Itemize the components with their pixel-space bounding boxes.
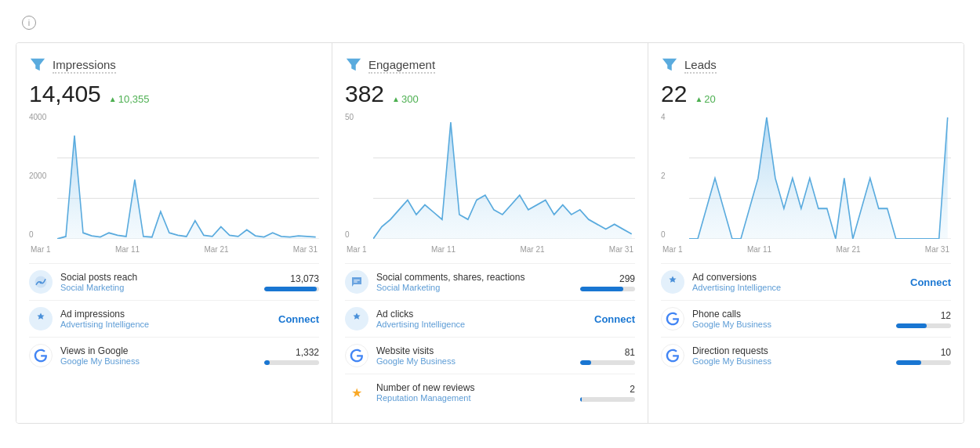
metric-row-views-in-google: Views in Google Google My Business 1,332 [29,337,319,374]
metric-right-views-in-google: 1,332 [264,347,319,365]
x-label-impressions-3: Mar 31 [293,245,318,254]
y-label-mid-leads: 2 [661,172,666,180]
panel-value-row-impressions: 14,405 10,355 [29,81,319,107]
metric-row-ad-conversions: Ad conversions Advertising Intelligence … [661,263,951,300]
panel-label-impressions: Impressions [53,58,116,74]
metric-right-direction-requests: 10 [896,347,951,365]
metric-icon-ad-conversions [661,270,684,294]
metric-name-views-in-google: Views in Google [60,345,256,356]
panel-delta-impressions: 10,355 [109,93,150,105]
x-label-impressions-1: Mar 11 [115,245,140,254]
x-label-leads-0: Mar 1 [662,245,683,254]
metric-name-ad-impressions: Ad impressions [60,309,256,320]
chart-area-engagement [373,114,635,239]
metric-name-social-comments: Social comments, shares, reactions [376,272,572,283]
metric-source-ad-clicks: Advertising Intelligence [376,320,572,329]
metric-text-direction-requests: Direction requests Google My Business [692,345,888,366]
metric-row-social-posts-reach: Social posts reach Social Marketing 13,0… [29,263,319,300]
metric-text-ad-impressions: Ad impressions Advertising Intelligence [60,309,256,329]
y-label-top-impressions: 4000 [29,114,46,121]
metric-icon-direction-requests [661,344,684,367]
x-label-leads-3: Mar 31 [925,245,949,254]
metric-text-new-reviews: Number of new reviews Reputation Managem… [376,382,572,403]
metric-icon-phone-calls [661,307,684,331]
metric-icon-new-reviews: ★ [345,381,368,404]
panel-header-leads: Leads [661,56,951,76]
metric-bar-new-reviews [580,397,635,402]
metric-source-ad-impressions: Advertising Intelligence [60,320,256,329]
chart-y-labels-impressions: 4000 2000 0 [29,114,46,239]
chart-wrapper-leads: 4 2 0 [661,114,951,239]
panel-value-engagement: 382 [345,81,384,107]
connect-button-ad-impressions[interactable]: Connect [278,313,319,325]
funnel-icon-leads [661,56,678,76]
metric-value-website-visits: 81 [625,347,635,358]
metric-list-leads: Ad conversions Advertising Intelligence … [661,263,951,374]
metric-name-phone-calls: Phone calls [692,309,888,320]
y-label-top-leads: 4 [661,114,666,121]
x-label-leads-1: Mar 11 [747,245,771,254]
x-label-impressions-0: Mar 1 [31,245,51,254]
metric-right-ad-clicks: Connect [580,313,635,325]
metric-bar-views-in-google [264,360,319,365]
chart-wrapper-impressions: 4000 2000 0 [29,114,319,239]
metric-row-ad-impressions: Ad impressions Advertising Intelligence … [29,300,319,337]
panel-label-engagement: Engagement [368,58,435,74]
metric-icon-social-posts-reach [29,270,53,294]
chart-area-leads [689,114,951,239]
metric-row-social-comments: Social comments, shares, reactions Socia… [345,263,635,300]
connect-button-ad-conversions[interactable]: Connect [910,276,951,288]
metric-value-new-reviews: 2 [630,384,635,395]
metric-right-new-reviews: 2 [580,384,635,402]
chart-x-labels-impressions: Mar 1Mar 11Mar 21Mar 31 [29,245,319,254]
metric-value-social-posts-reach: 13,073 [290,273,319,284]
metric-text-phone-calls: Phone calls Google My Business [692,309,888,329]
metric-list-engagement: Social comments, shares, reactions Socia… [345,263,635,410]
metric-list-impressions: Social posts reach Social Marketing 13,0… [29,263,319,374]
panel-label-leads: Leads [684,58,717,74]
y-label-bot-leads: 0 [661,231,666,239]
info-icon[interactable]: i [22,16,36,30]
panel-header-impressions: Impressions [29,56,319,76]
metric-value-views-in-google: 1,332 [296,347,319,358]
y-label-mid-impressions: 2000 [29,172,46,180]
y-label-top-engagement: 50 [345,114,354,121]
panel-value-row-engagement: 382 300 [345,81,635,107]
panels-row: Impressions 14,405 10,355 4000 2000 0 [16,42,964,424]
x-label-engagement-1: Mar 11 [431,245,456,254]
metric-bar-website-visits [580,360,635,365]
connect-button-ad-clicks[interactable]: Connect [594,313,635,325]
metric-icon-website-visits [345,344,368,367]
metric-right-social-posts-reach: 13,073 [264,273,319,291]
panel-header-engagement: Engagement [345,56,635,76]
metric-source-social-posts-reach: Social Marketing [60,283,256,292]
metric-right-ad-conversions: Connect [896,276,951,288]
funnel-icon-engagement [345,56,362,76]
chart-x-labels-leads: Mar 1Mar 11Mar 21Mar 31 [661,245,951,254]
metric-text-ad-clicks: Ad clicks Advertising Intelligence [376,309,572,329]
panel-leads: Leads 22 20 4 2 0 [648,43,964,423]
y-label-bot-engagement: 0 [345,231,354,239]
chart-x-labels-engagement: Mar 1Mar 11Mar 21Mar 31 [345,245,635,254]
metric-row-phone-calls: Phone calls Google My Business 12 [661,300,951,337]
svg-marker-10 [662,59,677,71]
metric-source-social-comments: Social Marketing [376,283,572,292]
metric-text-ad-conversions: Ad conversions Advertising Intelligence [692,272,888,292]
panel-impressions: Impressions 14,405 10,355 4000 2000 0 [16,43,332,423]
panel-engagement: Engagement 382 300 50 0 [332,43,648,423]
metric-row-ad-clicks: Ad clicks Advertising Intelligence Conne… [345,300,635,337]
metric-row-new-reviews: ★ Number of new reviews Reputation Manag… [345,374,635,410]
metric-right-website-visits: 81 [580,347,635,365]
metric-row-direction-requests: Direction requests Google My Business 10 [661,337,951,374]
panel-value-impressions: 14,405 [29,81,101,107]
metric-text-social-posts-reach: Social posts reach Social Marketing [60,272,256,292]
metric-value-direction-requests: 10 [941,347,951,358]
metric-name-ad-clicks: Ad clicks [376,309,572,320]
metric-icon-social-comments [345,270,368,294]
chart-wrapper-engagement: 50 0 [345,114,635,239]
metric-bar-direction-requests [896,360,951,365]
metric-bar-phone-calls [896,323,951,328]
svg-marker-0 [31,59,45,71]
metric-row-website-visits: Website visits Google My Business 81 [345,337,635,374]
x-label-engagement-0: Mar 1 [347,245,367,254]
